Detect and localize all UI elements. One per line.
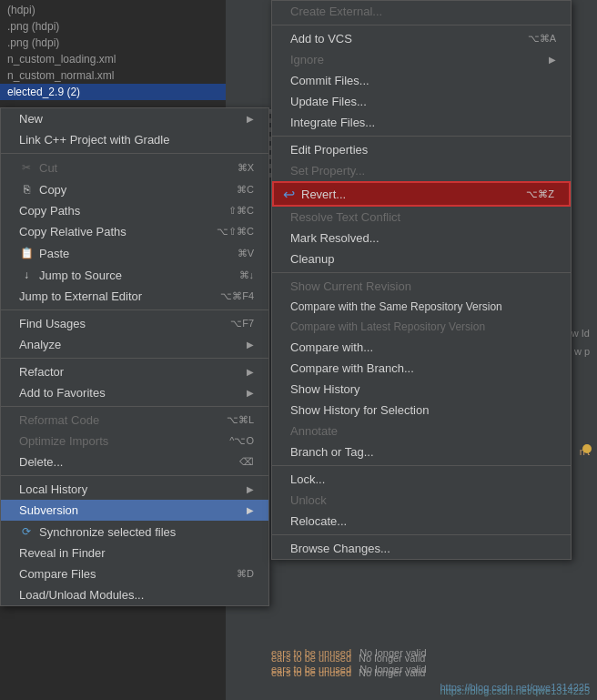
annotate-label: Annotate xyxy=(290,424,338,438)
jump-icon: ↓ xyxy=(19,268,34,282)
menu-item-show-current-revision[interactable]: Show Current Revision xyxy=(272,276,571,297)
menu-item-ignore[interactable]: Ignore ▶ xyxy=(272,49,571,70)
menu-item-commit-files[interactable]: Commit Files... xyxy=(272,70,571,91)
show-history-label: Show History xyxy=(290,382,360,396)
separator xyxy=(1,153,268,154)
menu-item-edit-properties[interactable]: Edit Properties xyxy=(272,139,571,160)
paste-shortcut: ⌘V xyxy=(238,248,254,259)
menu-item-compare-branch[interactable]: Compare with Branch... xyxy=(272,358,571,379)
update-files-label: Update Files... xyxy=(290,95,367,108)
browse-changes-label: Browse Changes... xyxy=(290,542,390,555)
menu-item-subversion[interactable]: Subversion ▶ xyxy=(1,500,268,521)
menu-item-analyze[interactable]: Analyze ▶ xyxy=(1,334,268,355)
copy-paths-shortcut: ⇧⌘C xyxy=(228,205,254,217)
menu-item-annotate[interactable]: Annotate xyxy=(272,421,571,441)
edit-properties-label: Edit Properties xyxy=(290,143,368,157)
file-tree: (hdpi) .png (hdpi) .png (hdpi) n_custom_… xyxy=(0,0,226,100)
menu-item-paste[interactable]: 📋 Paste ⌘V xyxy=(1,242,268,264)
menu-item-create-external[interactable]: Create External... xyxy=(272,1,571,22)
sync-icon: ⟳ xyxy=(19,524,34,539)
menu-item-add-vcs[interactable]: Add to VCS ⌥⌘A xyxy=(272,28,571,49)
menu-item-link-cpp[interactable]: Link C++ Project with Gradle xyxy=(1,129,268,150)
menu-item-mark-resolved[interactable]: Mark Resolved... xyxy=(272,228,571,249)
cleanup-label: Cleanup xyxy=(290,252,334,266)
menu-item-compare-same-repo[interactable]: Compare with the Same Repository Version xyxy=(272,297,571,317)
menu-item-refactor[interactable]: Refactor ▶ xyxy=(1,361,268,382)
find-usages-shortcut: ⌥F7 xyxy=(230,318,254,330)
filetree-item[interactable]: (hdpi) xyxy=(0,0,226,18)
filetree-item[interactable]: n_custom_loading.xml xyxy=(0,51,226,67)
load-unload-label: Load/Unload Modules... xyxy=(19,588,144,602)
url-display: https://blog.csdn.net/qwe1314225 xyxy=(440,682,590,693)
menu-item-compare-with[interactable]: Compare with... xyxy=(272,337,571,358)
menu-item-add-favorites[interactable]: Add to Favorites ▶ xyxy=(1,382,268,403)
delete-shortcut: ⌫ xyxy=(239,456,254,468)
reformat-shortcut: ⌥⌘L xyxy=(227,414,254,426)
jump-source-shortcut: ⌘↓ xyxy=(239,269,255,281)
menu-item-show-history-selection[interactable]: Show History for Selection xyxy=(272,400,571,421)
filetree-item-selected[interactable]: elected_2.9 (2) xyxy=(0,84,226,100)
no-longer-valid-1: No longer valid xyxy=(359,647,426,658)
menu-item-cleanup[interactable]: Cleanup xyxy=(272,249,571,269)
add-vcs-shortcut: ⌥⌘A xyxy=(528,33,556,45)
menu-item-copy[interactable]: ⎘ Copy ⌘C xyxy=(1,178,268,200)
menu-item-new[interactable]: New ▶ xyxy=(1,108,268,129)
reveal-finder-label: Reveal in Finder xyxy=(19,546,106,560)
menu-item-compare-files[interactable]: Compare Files ⌘D xyxy=(1,563,268,584)
menu-item-resolve-conflict[interactable]: Resolve Text Conflict xyxy=(272,207,571,228)
refactor-label: Refactor xyxy=(19,365,64,379)
menu-item-delete[interactable]: Delete... ⌫ xyxy=(1,451,268,472)
menu-item-reformat[interactable]: Reformat Code ⌥⌘L xyxy=(1,410,268,431)
arrow-icon: ▶ xyxy=(247,367,254,377)
warning-2: ears to be unused xyxy=(271,664,351,675)
optimize-label: Optimize Imports xyxy=(19,434,108,448)
menu-item-relocate[interactable]: Relocate... xyxy=(272,511,571,532)
menu-item-copy-paths[interactable]: Copy Paths ⇧⌘C xyxy=(1,200,268,221)
menu-item-update-files[interactable]: Update Files... xyxy=(272,91,571,112)
menu-item-branch-tag[interactable]: Branch or Tag... xyxy=(272,441,571,462)
menu-item-compare-latest-repo[interactable]: Compare with Latest Repository Version xyxy=(272,317,571,337)
menu-item-show-history[interactable]: Show History xyxy=(272,379,571,400)
reformat-label: Reformat Code xyxy=(19,413,99,427)
menu-item-integrate-files[interactable]: Integrate Files... xyxy=(272,112,571,133)
menu-item-find-usages[interactable]: Find Usages ⌥F7 xyxy=(1,313,268,334)
filetree-item[interactable]: n_custom_normal.xml xyxy=(0,67,226,84)
copy-relative-shortcut: ⌥⇧⌘C xyxy=(217,226,254,238)
find-usages-label: Find Usages xyxy=(19,317,86,330)
menu-item-optimize[interactable]: Optimize Imports ^⌥O xyxy=(1,431,268,451)
context-menu-right: Create External... Add to VCS ⌥⌘A Ignore… xyxy=(271,0,572,560)
right-hint-1: w Id xyxy=(572,328,590,339)
menu-item-revert[interactable]: ↩ Revert... ⌥⌘Z xyxy=(272,181,571,207)
branch-tag-label: Branch or Tag... xyxy=(290,445,374,459)
menu-item-copy-relative[interactable]: Copy Relative Paths ⌥⇧⌘C xyxy=(1,221,268,242)
add-favorites-label: Add to Favorites xyxy=(19,386,106,400)
filetree-item[interactable]: .png (hdpi) xyxy=(0,18,226,35)
compare-with-label: Compare with... xyxy=(290,340,373,354)
menu-item-lock[interactable]: Lock... xyxy=(272,469,571,490)
menu-item-jump-source[interactable]: ↓ Jump to Source ⌘↓ xyxy=(1,264,268,286)
warning-1: ears to be unused xyxy=(271,647,351,658)
resolve-conflict-label: Resolve Text Conflict xyxy=(290,210,400,224)
menu-item-browse-changes[interactable]: Browse Changes... xyxy=(272,538,571,559)
filetree-item[interactable]: .png (hdpi) xyxy=(0,35,226,51)
menu-item-local-history[interactable]: Local History ▶ xyxy=(1,479,268,500)
separator xyxy=(272,25,571,25)
compare-files-label: Compare Files xyxy=(19,567,96,581)
delete-label: Delete... xyxy=(19,455,63,469)
revert-shortcut: ⌥⌘Z xyxy=(526,188,554,200)
menu-item-load-unload[interactable]: Load/Unload Modules... xyxy=(1,584,268,605)
integrate-files-label: Integrate Files... xyxy=(290,116,375,129)
menu-item-reveal-finder[interactable]: Reveal in Finder xyxy=(1,543,268,563)
create-external-label: Create External... xyxy=(290,5,382,18)
separator xyxy=(1,406,268,407)
jump-external-shortcut: ⌥⌘F4 xyxy=(220,290,254,302)
context-menu-left: New ▶ Link C++ Project with Gradle ✂ Cut… xyxy=(0,107,269,606)
jump-source-label: Jump to Source xyxy=(39,269,122,282)
menu-item-unlock[interactable]: Unlock xyxy=(272,490,571,511)
menu-item-sync[interactable]: ⟳ Synchronize selected files xyxy=(1,521,268,543)
menu-item-set-property[interactable]: Set Property... xyxy=(272,160,571,181)
menu-item-cut[interactable]: ✂ Cut ⌘X xyxy=(1,157,268,178)
menu-item-jump-external[interactable]: Jump to External Editor ⌥⌘F4 xyxy=(1,286,268,307)
scissors-icon: ✂ xyxy=(19,160,34,175)
optimize-shortcut: ^⌥O xyxy=(229,435,254,447)
